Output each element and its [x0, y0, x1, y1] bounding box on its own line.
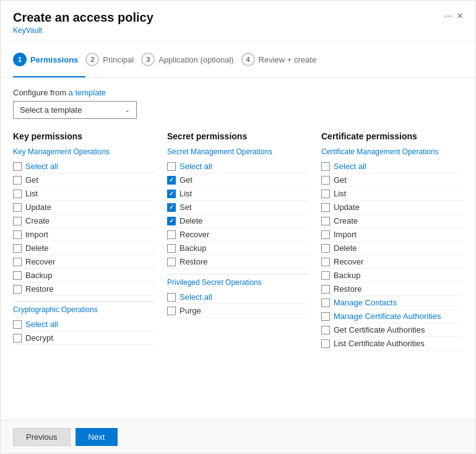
- step-2-circle: 2: [85, 53, 99, 66]
- secret-select-all-label: Select all: [180, 162, 212, 171]
- cert-select-all-label: Select all: [334, 162, 366, 171]
- key-crypto-select-all-item: Select all: [13, 318, 155, 331]
- template-link[interactable]: a template: [69, 88, 106, 97]
- key-create-item: Create: [13, 214, 155, 228]
- secret-set-item: Set: [167, 201, 309, 214]
- secret-privileged-ops-title: Privileged Secret Operations: [167, 278, 309, 287]
- cert-manage-cas-label: Manage Certificate Authorities: [334, 312, 441, 321]
- key-import-checkbox[interactable]: [13, 230, 22, 239]
- key-select-all-checkbox[interactable]: [13, 162, 22, 171]
- secret-list-checkbox[interactable]: [167, 190, 176, 198]
- cert-delete-item: Delete: [321, 242, 463, 255]
- key-backup-item: Backup: [13, 269, 155, 282]
- key-update-checkbox[interactable]: [13, 203, 22, 212]
- cert-update-checkbox[interactable]: [321, 203, 330, 212]
- secret-select-all-item: Select all: [167, 160, 309, 173]
- step-review[interactable]: 4 Review + create: [241, 50, 324, 69]
- secret-mgmt-ops-title: Secret Management Operations: [167, 147, 309, 156]
- previous-button[interactable]: Previous: [13, 428, 71, 446]
- secret-set-checkbox[interactable]: [167, 203, 176, 212]
- key-delete-label: Delete: [25, 243, 49, 253]
- secret-select-all-checkbox[interactable]: [167, 162, 176, 171]
- panel-header: Create an access policy KeyVault ··· ×: [1, 1, 475, 41]
- cert-list-label: List: [334, 189, 346, 198]
- cert-import-label: Import: [334, 230, 357, 239]
- cert-get-cas-checkbox[interactable]: [321, 326, 330, 334]
- cert-get-cas-label: Get Certificate Authorities: [334, 325, 425, 334]
- secret-restore-checkbox[interactable]: [167, 258, 176, 266]
- cert-list-checkbox[interactable]: [321, 190, 330, 198]
- key-backup-checkbox[interactable]: [13, 271, 22, 280]
- key-restore-item: Restore: [13, 282, 155, 296]
- secret-delete-label: Delete: [180, 216, 203, 225]
- cert-backup-checkbox[interactable]: [321, 271, 330, 280]
- step-application[interactable]: 3 Application (optional): [141, 50, 241, 69]
- step-1-label: Permissions: [30, 55, 78, 64]
- secret-purge-item: Purge: [167, 304, 309, 318]
- key-backup-label: Backup: [25, 271, 52, 280]
- key-decrypt-item: Decrypt: [13, 331, 155, 345]
- step-principal[interactable]: 2 Principal: [85, 50, 141, 69]
- content-area: Configure from a template Select a templ…: [1, 78, 475, 360]
- secret-delete-checkbox[interactable]: [167, 217, 176, 225]
- template-dropdown[interactable]: Select a template ⌄: [13, 101, 137, 119]
- cert-update-item: Update: [321, 201, 463, 214]
- secret-recover-label: Recover: [180, 230, 209, 239]
- cert-backup-label: Backup: [334, 271, 360, 280]
- cert-import-item: Import: [321, 228, 463, 242]
- close-icon[interactable]: ×: [457, 11, 463, 22]
- secret-backup-checkbox[interactable]: [167, 244, 176, 253]
- secret-get-item: Get: [167, 173, 309, 187]
- secret-get-label: Get: [180, 175, 193, 185]
- cert-manage-contacts-item: Manage Contacts: [321, 296, 463, 310]
- step-4-label: Review + create: [259, 55, 317, 64]
- cert-manage-contacts-checkbox[interactable]: [321, 299, 330, 307]
- secret-purge-checkbox[interactable]: [167, 307, 176, 315]
- cert-restore-checkbox[interactable]: [321, 285, 330, 294]
- key-create-checkbox[interactable]: [13, 217, 22, 225]
- cert-manage-cas-checkbox[interactable]: [321, 312, 330, 321]
- secret-priv-select-all-checkbox[interactable]: [167, 293, 176, 302]
- next-button[interactable]: Next: [76, 428, 118, 446]
- cert-recover-label: Recover: [334, 257, 363, 266]
- step-1-circle: 1: [13, 53, 27, 66]
- footer: Previous Next: [1, 420, 475, 453]
- more-icon[interactable]: ···: [444, 11, 452, 22]
- key-get-label: Get: [25, 175, 38, 185]
- key-update-label: Update: [25, 203, 51, 212]
- key-crypto-ops-title: Cryptographic Operations: [13, 305, 155, 314]
- key-crypto-select-all-checkbox[interactable]: [13, 320, 22, 329]
- cert-get-checkbox[interactable]: [321, 176, 330, 185]
- panel-header-icons[interactable]: ··· ×: [444, 11, 463, 22]
- permissions-grid: Key permissions Key Management Operation…: [13, 131, 463, 351]
- key-get-checkbox[interactable]: [13, 176, 22, 185]
- certificate-permissions-column: Certificate permissions Certificate Mana…: [321, 131, 463, 351]
- step-permissions[interactable]: 1 Permissions: [13, 50, 85, 69]
- cert-mgmt-ops-title: Certificate Management Operations: [321, 147, 463, 156]
- template-dropdown-text: Select a template: [20, 105, 82, 115]
- key-list-item: List: [13, 187, 155, 201]
- key-decrypt-checkbox[interactable]: [13, 334, 22, 343]
- secret-restore-item: Restore: [167, 255, 309, 269]
- key-list-checkbox[interactable]: [13, 190, 22, 198]
- wizard-steps: 1 Permissions 2 Principal 3 Application …: [1, 41, 475, 78]
- key-delete-checkbox[interactable]: [13, 244, 22, 253]
- secret-backup-item: Backup: [167, 242, 309, 255]
- cert-get-cas-item: Get Certificate Authorities: [321, 323, 463, 337]
- key-separator-1: [13, 301, 155, 302]
- cert-recover-checkbox[interactable]: [321, 258, 330, 266]
- cert-delete-checkbox[interactable]: [321, 244, 330, 253]
- key-recover-checkbox[interactable]: [13, 258, 22, 266]
- create-access-policy-panel: Create an access policy KeyVault ··· × 1…: [0, 0, 476, 454]
- cert-manage-contacts-label: Manage Contacts: [334, 298, 397, 307]
- panel-title: Create an access policy: [13, 11, 154, 25]
- secret-get-checkbox[interactable]: [167, 176, 176, 185]
- cert-import-checkbox[interactable]: [321, 230, 330, 239]
- secret-separator-1: [167, 274, 309, 274]
- secret-recover-checkbox[interactable]: [167, 230, 176, 239]
- cert-create-checkbox[interactable]: [321, 217, 330, 225]
- key-restore-checkbox[interactable]: [13, 285, 22, 294]
- cert-list-cas-checkbox[interactable]: [321, 339, 330, 348]
- cert-manage-cas-item: Manage Certificate Authorities: [321, 310, 463, 323]
- cert-select-all-checkbox[interactable]: [321, 162, 330, 171]
